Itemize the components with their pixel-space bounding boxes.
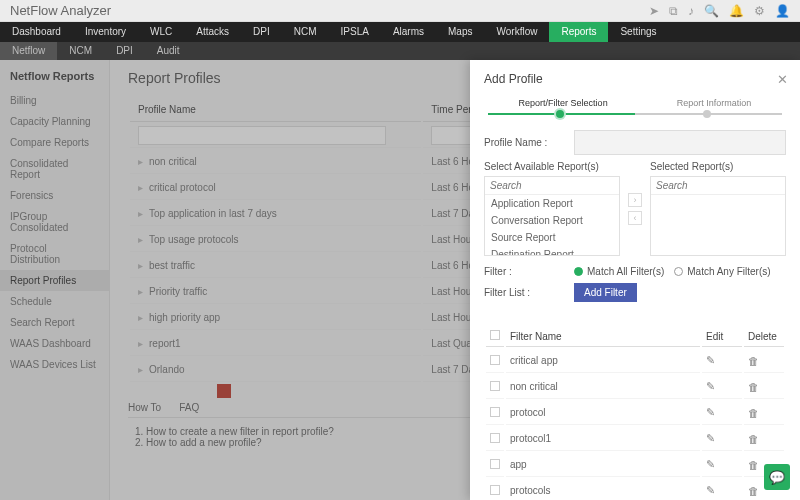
edit-icon[interactable]: ✎ <box>706 432 715 444</box>
edit-icon[interactable]: ✎ <box>706 458 715 470</box>
tab-howto[interactable]: How To <box>128 402 161 413</box>
available-search[interactable] <box>485 177 619 195</box>
subnav-ncm[interactable]: NCM <box>57 42 104 60</box>
sidebar-item[interactable]: Capacity Planning <box>0 111 109 132</box>
chat-fab-icon[interactable]: 💬 <box>764 464 790 490</box>
move-left-icon[interactable]: ‹ <box>628 211 642 225</box>
sidebar-item[interactable]: Consolidated Report <box>0 153 109 185</box>
filter-row: protocol✎🗑 <box>486 401 784 425</box>
edit-icon[interactable]: ✎ <box>706 380 715 392</box>
filter-row: protocols✎🗑 <box>486 479 784 500</box>
nav-wlc[interactable]: WLC <box>138 22 184 42</box>
subnav-dpi[interactable]: DPI <box>104 42 145 60</box>
sidebar-item[interactable]: WAAS Dashboard <box>0 333 109 354</box>
delete-icon[interactable]: 🗑 <box>748 433 759 445</box>
filter-row: critical app✎🗑 <box>486 349 784 373</box>
row-checkbox[interactable] <box>490 459 500 469</box>
row-checkbox[interactable] <box>490 433 500 443</box>
edit-icon[interactable]: ✎ <box>706 484 715 496</box>
available-label: Select Available Report(s) <box>484 161 620 172</box>
sidebar-item[interactable]: Report Profiles <box>0 270 109 291</box>
nav-dpi[interactable]: DPI <box>241 22 282 42</box>
nav-inventory[interactable]: Inventory <box>73 22 138 42</box>
wizard-step1[interactable]: Report/Filter Selection <box>519 98 608 108</box>
report-option[interactable]: Application Report <box>485 195 619 212</box>
fcol-del: Delete <box>744 326 784 347</box>
wizard-step2[interactable]: Report Information <box>677 98 752 108</box>
panel-title: Add Profile <box>484 72 786 86</box>
nav-dashboard[interactable]: Dashboard <box>0 22 73 42</box>
nav-maps[interactable]: Maps <box>436 22 484 42</box>
subnav-audit[interactable]: Audit <box>145 42 192 60</box>
sidebar-item[interactable]: Protocol Distribution <box>0 238 109 270</box>
row-checkbox[interactable] <box>490 407 500 417</box>
sidebar-item[interactable]: WAAS Devices List <box>0 354 109 375</box>
tab-faq[interactable]: FAQ <box>179 402 199 413</box>
monitor-icon[interactable]: ⧉ <box>669 4 678 18</box>
nav-settings[interactable]: Settings <box>608 22 668 42</box>
user-icon[interactable]: 👤 <box>775 4 790 18</box>
sidebar-item[interactable]: Search Report <box>0 312 109 333</box>
row-checkbox[interactable] <box>490 381 500 391</box>
edit-icon[interactable]: ✎ <box>706 354 715 366</box>
report-option[interactable]: Source Report <box>485 229 619 246</box>
nav-workflow[interactable]: Workflow <box>484 22 549 42</box>
delete-icon[interactable]: 🗑 <box>748 485 759 497</box>
headset-icon[interactable]: ♪ <box>688 4 694 18</box>
match-any-radio[interactable]: Match Any Filter(s) <box>674 266 770 277</box>
delete-icon[interactable]: 🗑 <box>748 407 759 419</box>
fcol-name: Filter Name <box>506 326 700 347</box>
filter-row: protocol1✎🗑 <box>486 427 784 451</box>
col-name[interactable]: Profile Name <box>130 98 421 122</box>
profile-name-label: Profile Name : <box>484 137 574 148</box>
move-right-icon[interactable]: › <box>628 193 642 207</box>
edit-icon[interactable]: ✎ <box>706 406 715 418</box>
filter-row: app✎🗑 <box>486 453 784 477</box>
collapse-icon[interactable] <box>217 384 231 398</box>
sidebar-title: Netflow Reports <box>0 66 109 90</box>
add-profile-panel: ✕ Add Profile Report/Filter Selection Re… <box>470 60 800 500</box>
filter-label: Filter : <box>484 266 574 277</box>
filter-name-input[interactable] <box>138 126 386 145</box>
sidebar-item[interactable]: Forensics <box>0 185 109 206</box>
add-filter-button[interactable]: Add Filter <box>574 283 637 302</box>
filter-list-label: Filter List : <box>484 287 574 298</box>
filter-row: non critical✎🗑 <box>486 375 784 399</box>
report-option[interactable]: Destination Report <box>485 246 619 256</box>
subnav-netflow[interactable]: Netflow <box>0 42 57 60</box>
row-checkbox[interactable] <box>490 355 500 365</box>
sidebar-item[interactable]: Schedule <box>0 291 109 312</box>
search-icon[interactable]: 🔍 <box>704 4 719 18</box>
report-option[interactable]: Conversation Report <box>485 212 619 229</box>
nav-alarms[interactable]: Alarms <box>381 22 436 42</box>
delete-icon[interactable]: 🗑 <box>748 459 759 471</box>
fcol-edit: Edit <box>702 326 742 347</box>
profile-name-input[interactable] <box>574 130 786 155</box>
nav-ipsla[interactable]: IPSLA <box>329 22 381 42</box>
select-all-checkbox[interactable] <box>490 330 500 340</box>
bell-icon[interactable]: 🔔 <box>729 4 744 18</box>
rocket-icon[interactable]: ➤ <box>649 4 659 18</box>
sidebar-item[interactable]: Billing <box>0 90 109 111</box>
sidebar-item[interactable]: IPGroup Consolidated <box>0 206 109 238</box>
nav-reports[interactable]: Reports <box>549 22 608 42</box>
selected-listbox[interactable] <box>650 176 786 256</box>
selected-search[interactable] <box>651 177 785 195</box>
brand: NetFlow Analyzer <box>10 3 111 18</box>
row-checkbox[interactable] <box>490 485 500 495</box>
match-all-radio[interactable]: Match All Filter(s) <box>574 266 664 277</box>
nav-ncm[interactable]: NCM <box>282 22 329 42</box>
available-listbox[interactable]: Application ReportConversation ReportSou… <box>484 176 620 256</box>
delete-icon[interactable]: 🗑 <box>748 381 759 393</box>
sidebar-item[interactable]: Compare Reports <box>0 132 109 153</box>
selected-label: Selected Report(s) <box>650 161 786 172</box>
nav-attacks[interactable]: Attacks <box>184 22 241 42</box>
close-icon[interactable]: ✕ <box>777 72 788 87</box>
delete-icon[interactable]: 🗑 <box>748 355 759 367</box>
gear-icon[interactable]: ⚙ <box>754 4 765 18</box>
